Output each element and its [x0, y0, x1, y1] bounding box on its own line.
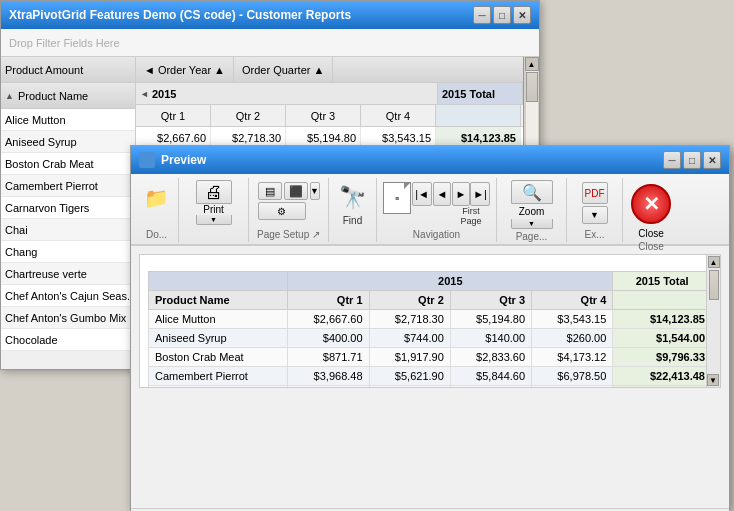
- preview-cell-q2: $2,906.25: [369, 386, 450, 389]
- pagesetup-more-icon: ⚙: [277, 206, 286, 217]
- preview-minimize-button[interactable]: ─: [663, 151, 681, 169]
- preview-qtr3-header: Qtr 3: [450, 291, 531, 310]
- preview-cell-q4: $3,543.15: [532, 310, 613, 329]
- list-item[interactable]: Camembert Pierrot: [1, 175, 135, 197]
- preview-cell-q3: $5,844.60: [450, 367, 531, 386]
- preview-cell-q1: $3,968.48: [288, 367, 369, 386]
- page-preview-icon: ≡: [383, 182, 411, 214]
- preview-cell-q3: $5,194.80: [450, 310, 531, 329]
- pagesetup-more-button[interactable]: ⚙: [258, 202, 306, 220]
- total-col-header: [436, 105, 521, 126]
- collapse-arrow-icon: ◄: [144, 64, 155, 76]
- find-button[interactable]: 🔭 Find: [333, 180, 373, 228]
- preview-product-name: Carnarvon Tigers: [149, 386, 288, 389]
- minimize-button[interactable]: ─: [473, 6, 491, 24]
- group-pagesetup-label: Page Setup ↗: [253, 227, 324, 242]
- list-item[interactable]: Chai: [1, 219, 135, 241]
- list-item[interactable]: Chartreuse verte: [1, 263, 135, 285]
- page-margins-icon: ▤: [265, 185, 275, 198]
- last-page-button[interactable]: ►|: [470, 182, 490, 206]
- toolbar-group-close: ✕ Close Close: [623, 178, 679, 242]
- toolbar-group-zoom: 🔍 Zoom ▼ Page...: [497, 178, 567, 242]
- toolbar-group-pagesetup: ▤ ⬛ ▼ ⚙ Page Setup ↗: [249, 178, 329, 242]
- order-year-label: Order Year: [158, 64, 211, 76]
- order-year-button[interactable]: ◄ Order Year ▲: [136, 57, 234, 82]
- open-btn-area: 📁: [137, 178, 177, 227]
- preview-scrollbar-right[interactable]: ▲ ▼: [706, 255, 720, 387]
- close-btn-wrap: ✕ Close: [627, 180, 675, 239]
- preview-scroll-up[interactable]: ▲: [708, 256, 720, 268]
- preview-maximize-button[interactable]: □: [683, 151, 701, 169]
- pagesetup-dropdown[interactable]: ▼: [310, 182, 320, 200]
- preview-cell-q2: $744.00: [369, 329, 450, 348]
- year-header-row: ◄ 2015 2015 Total: [136, 83, 523, 105]
- filter-placeholder: Drop Filter Fields Here: [9, 37, 120, 49]
- preview-cell-q2: $2,718.30: [369, 310, 450, 329]
- preview-product-name: Aniseed Syrup: [149, 329, 288, 348]
- open-folder-button[interactable]: 📁: [137, 180, 177, 216]
- group-page-label: Page...: [501, 229, 562, 244]
- preview-year-spacer: [149, 272, 288, 291]
- close-preview-button[interactable]: ✕: [631, 184, 671, 224]
- find-label: Find: [343, 215, 362, 226]
- print-top-button[interactable]: 🖨: [196, 180, 232, 204]
- preview-year-header-row: 2015 2015 Total: [149, 272, 712, 291]
- first-page-button[interactable]: |◄: [412, 182, 432, 206]
- sort-arrow-icon: ▲: [5, 91, 14, 101]
- sort-up-icon2: ▲: [313, 64, 324, 76]
- scroll-thumb[interactable]: [526, 72, 538, 102]
- list-item[interactable]: Aniseed Syrup: [1, 131, 135, 153]
- preview-cell-q4: $260.00: [532, 329, 613, 348]
- preview-cell-total: $22,413.48: [613, 367, 712, 386]
- pagesetup-btns: ▤ ⬛ ▼ ⚙: [258, 178, 320, 227]
- close-label: Close: [638, 228, 664, 239]
- page-margins-button[interactable]: ▤: [258, 182, 282, 200]
- toolbar-group-find: 🔭 Find: [329, 178, 377, 242]
- export-pdf-button[interactable]: PDF: [582, 182, 608, 204]
- col-top-headers: ◄ Order Year ▲ Order Quarter ▲: [136, 57, 523, 83]
- zoom-top: 🔍: [511, 180, 553, 204]
- preview-total-header: 2015 Total: [613, 272, 712, 291]
- scroll-up-button[interactable]: ▲: [525, 57, 539, 71]
- list-item[interactable]: Carnarvon Tigers: [1, 197, 135, 219]
- next-page-button[interactable]: ►: [452, 182, 470, 206]
- list-item[interactable]: Chef Anton's Cajun Seas...: [1, 285, 135, 307]
- preview-product-name: Alice Mutton: [149, 310, 288, 329]
- filter-drop-zone[interactable]: Drop Filter Fields Here: [1, 29, 539, 57]
- list-item[interactable]: Chang: [1, 241, 135, 263]
- print-dropdown-button[interactable]: ▼: [196, 215, 232, 225]
- preview-cell-total: $1,544.00: [613, 329, 712, 348]
- product-name-header[interactable]: ▲ Product Name: [1, 83, 135, 109]
- print-split-button[interactable]: 🖨 Print ▼: [196, 180, 232, 225]
- preview-title-bar: Preview ─ □ ✕: [131, 146, 729, 174]
- list-item[interactable]: Boston Crab Meat: [1, 153, 135, 175]
- toolbar-group-export: PDF ▼ Ex...: [567, 178, 623, 242]
- preview-content: 2015 2015 Total Product Name Qtr 1 Qtr 2…: [139, 254, 721, 388]
- zoom-top-button[interactable]: 🔍: [511, 180, 553, 204]
- page-orient-button[interactable]: ⬛: [284, 182, 308, 200]
- group-do-label: Do...: [139, 227, 174, 242]
- zoom-dropdown-button[interactable]: ▼: [511, 219, 553, 229]
- page-orient-icon: ⬛: [289, 185, 303, 198]
- preview-cell-q1: $871.71: [288, 348, 369, 367]
- preview-scroll-down[interactable]: ▼: [707, 374, 719, 386]
- prev-page-button[interactable]: ◄: [433, 182, 451, 206]
- preview-cell-q3: $8,056.25: [450, 386, 531, 389]
- export-more-button[interactable]: ▼: [582, 206, 608, 224]
- close-button[interactable]: ✕: [513, 6, 531, 24]
- zoom-split-button[interactable]: 🔍 Zoom ▼: [511, 180, 553, 229]
- nav-btns-area: ≡ |◄ ◄ ► ►| FirstPage: [383, 178, 490, 227]
- preview-qtr1-header: Qtr 1: [288, 291, 369, 310]
- preview-toolbar: 📁 Do... 🖨 Print ▼: [131, 174, 729, 246]
- list-item[interactable]: Alice Mutton: [1, 109, 135, 131]
- preview-close-button[interactable]: ✕: [703, 151, 721, 169]
- preview-scroll-thumb[interactable]: [709, 270, 719, 300]
- list-item[interactable]: Chocolade: [1, 329, 135, 351]
- order-quarter-button[interactable]: Order Quarter ▲: [234, 57, 333, 82]
- maximize-button[interactable]: □: [493, 6, 511, 24]
- table-row: Boston Crab Meat $871.71 $1,917.90 $2,83…: [149, 348, 712, 367]
- product-amount-header[interactable]: Product Amount: [1, 57, 135, 83]
- year-expand-icon[interactable]: ◄: [140, 89, 149, 99]
- list-item[interactable]: Chef Anton's Gumbo Mix: [1, 307, 135, 329]
- preview-window-controls: ─ □ ✕: [663, 151, 721, 169]
